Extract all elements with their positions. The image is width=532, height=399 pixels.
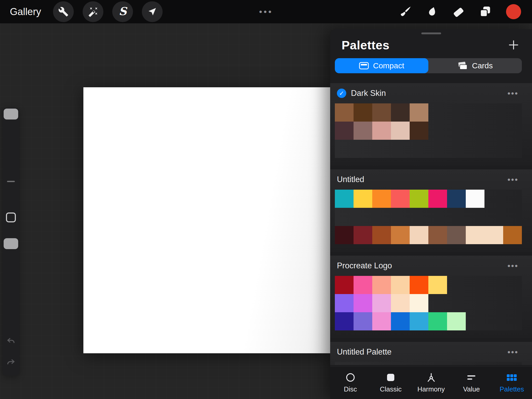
panel-drag-handle[interactable]: [421, 32, 441, 34]
color-swatch[interactable]: [335, 226, 354, 244]
eraser-icon[interactable]: [453, 6, 464, 18]
empty-swatch: [372, 362, 391, 365]
empty-swatch: [466, 122, 484, 140]
color-swatch[interactable]: [354, 122, 372, 140]
color-swatch[interactable]: [391, 190, 410, 208]
empty-swatch: [484, 312, 503, 330]
color-swatch[interactable]: [447, 226, 466, 244]
color-swatch[interactable]: [372, 122, 391, 140]
gallery-button[interactable]: Gallery: [10, 6, 41, 17]
color-swatch[interactable]: [410, 190, 428, 208]
empty-swatch: [484, 362, 503, 365]
palette-menu-button[interactable]: •••: [507, 89, 518, 98]
tab-label: Disc: [344, 385, 357, 393]
color-swatch[interactable]: [410, 276, 428, 294]
color-swatch[interactable]: [335, 312, 354, 330]
color-swatch[interactable]: [410, 103, 428, 122]
color-swatch[interactable]: [354, 103, 372, 122]
color-swatch[interactable]: [391, 122, 410, 140]
color-swatch[interactable]: [372, 276, 391, 294]
empty-swatch: [503, 208, 522, 226]
color-swatch[interactable]: [410, 122, 428, 140]
more-options-icon[interactable]: •••: [259, 7, 273, 17]
color-swatch[interactable]: [335, 103, 354, 122]
color-swatch[interactable]: [466, 226, 484, 244]
palette-card: Untitled•••: [330, 169, 532, 252]
color-swatch[interactable]: [410, 294, 428, 312]
color-swatch[interactable]: [354, 312, 372, 330]
palette-header: Untitled Palette•••: [330, 342, 532, 362]
color-swatch[interactable]: [391, 226, 410, 244]
color-swatch[interactable]: [335, 276, 354, 294]
brush-opacity-slider[interactable]: [4, 238, 18, 249]
undo-icon[interactable]: [6, 336, 16, 346]
empty-swatch: [484, 276, 503, 294]
color-swatch[interactable]: [354, 294, 372, 312]
color-swatch[interactable]: [410, 226, 428, 244]
layers-icon[interactable]: [479, 5, 491, 18]
color-swatch[interactable]: [391, 294, 410, 312]
color-swatch[interactable]: [372, 103, 391, 122]
color-swatch[interactable]: [354, 226, 372, 244]
panel-titlebar: Palettes: [330, 34, 532, 54]
empty-swatch: [391, 362, 410, 365]
palette-menu-button[interactable]: •••: [507, 347, 518, 357]
color-swatch[interactable]: [447, 312, 466, 330]
color-swatch[interactable]: [410, 312, 428, 330]
empty-swatch: [410, 140, 428, 158]
color-swatch[interactable]: [372, 294, 391, 312]
color-swatch[interactable]: [354, 276, 372, 294]
tab-palettes[interactable]: Palettes: [492, 367, 532, 399]
color-swatch[interactable]: [428, 276, 447, 294]
brush-size-slider[interactable]: [4, 109, 18, 119]
color-swatch[interactable]: [335, 294, 354, 312]
color-swatch[interactable]: [484, 226, 503, 244]
empty-swatch: [447, 362, 466, 365]
segment-compact[interactable]: Compact: [335, 58, 428, 73]
color-swatch[interactable]: [335, 122, 354, 140]
tab-value[interactable]: Value: [451, 367, 491, 399]
palette-header: ✓Dark Skin•••: [330, 83, 532, 103]
palette-header: Untitled•••: [330, 169, 532, 190]
empty-swatch: [428, 362, 447, 365]
empty-swatch: [428, 208, 447, 226]
palette-name: Untitled Palette: [337, 347, 391, 357]
adjustments-button[interactable]: [83, 1, 103, 22]
color-swatch[interactable]: [503, 226, 522, 244]
smudge-icon[interactable]: [426, 6, 438, 18]
redo-icon[interactable]: [6, 357, 16, 368]
color-swatch[interactable]: [354, 190, 372, 208]
color-swatch[interactable]: [428, 312, 447, 330]
color-swatch[interactable]: [447, 190, 466, 208]
color-swatch[interactable]: [335, 190, 354, 208]
paint-brush-icon[interactable]: [400, 6, 411, 18]
palette-sections: ✓Dark Skin•••Untitled•••Procreate Logo••…: [330, 83, 532, 365]
tab-disc[interactable]: Disc: [330, 367, 370, 399]
transform-button[interactable]: [142, 1, 163, 22]
empty-swatch: [503, 312, 522, 330]
color-swatch[interactable]: [372, 226, 391, 244]
empty-swatch: [354, 140, 372, 158]
segment-cards[interactable]: Cards: [428, 58, 522, 73]
color-swatch[interactable]: [391, 103, 410, 122]
color-swatch[interactable]: [391, 276, 410, 294]
color-swatch[interactable]: [372, 190, 391, 208]
actions-button[interactable]: [53, 1, 74, 22]
color-swatch[interactable]: [428, 226, 447, 244]
modify-button[interactable]: [6, 212, 16, 222]
selection-button[interactable]: S: [112, 1, 133, 22]
tab-harmony[interactable]: Harmony: [411, 367, 451, 399]
drawing-canvas[interactable]: [83, 87, 331, 353]
empty-swatch: [447, 294, 466, 312]
workspace-background: Palettes Compact Cards ✓Dark Skin•••Unti…: [0, 23, 532, 399]
tab-classic[interactable]: Classic: [370, 367, 411, 399]
active-color-swatch[interactable]: [506, 4, 521, 19]
color-swatch[interactable]: [428, 190, 447, 208]
color-swatch[interactable]: [391, 312, 410, 330]
color-swatch[interactable]: [372, 312, 391, 330]
color-swatch[interactable]: [466, 190, 484, 208]
add-palette-button[interactable]: [508, 39, 520, 51]
palette-menu-button[interactable]: •••: [507, 261, 518, 271]
empty-swatch: [503, 122, 522, 140]
palette-menu-button[interactable]: •••: [507, 175, 518, 184]
